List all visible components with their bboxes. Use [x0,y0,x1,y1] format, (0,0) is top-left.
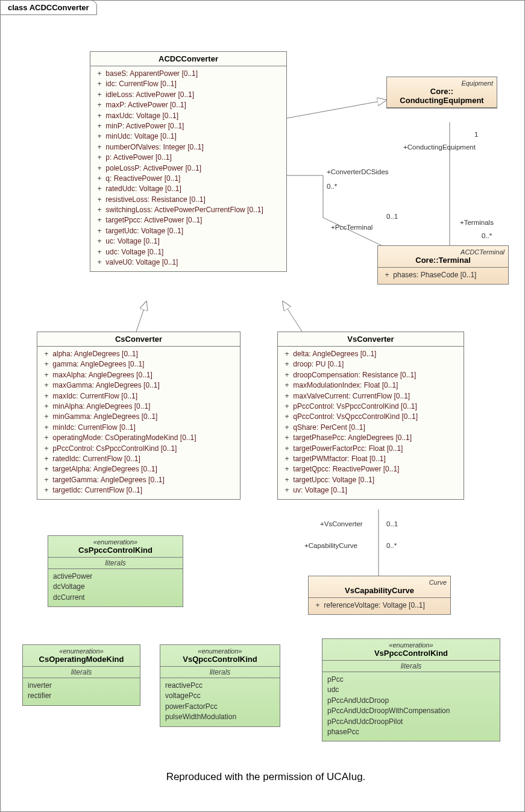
attribute-row: + maxModulationIndex: Float [0..1] [283,380,459,391]
assoc-label-vsconverter: +VsConverter [320,520,363,527]
literals-list: pPccudcpPccAndUdcDrooppPccAndUdcDroopWit… [322,672,500,741]
attribute-row: + qShare: PerCent [0..1] [283,423,459,433]
class-header: VsConverter [278,332,464,347]
stereotype: «enumeration» [52,538,179,546]
attribute-row: + targetPpcc: ActivePower [0..1] [95,215,281,225]
attr-list: + referenceVoltage: Voltage [0..1] [309,598,450,614]
attribute-row: + minGamma: AngleDegrees [0..1] [42,412,235,422]
literal-row: voltagePcc [165,691,275,701]
enum-csppcccontrolkind: «enumeration» CsPpccControlKind literals… [48,535,183,607]
attribute-row: + switchingLoss: ActivePowerPerCurrentFl… [95,205,281,215]
attribute-row: + uv: Voltage [0..1] [283,485,459,496]
literal-row: pPcc [327,675,495,685]
enum-header: «enumeration» CsPpccControlKind [48,536,183,558]
attribute-row: + operatingMode: CsOperatingModeKind [0.… [42,433,235,443]
literal-row: pPccAndUdcDroopPilot [327,717,495,727]
assoc-label-terminals: +Terminals [460,219,494,226]
enum-header: «enumeration» VsQpccControlKind [160,645,280,667]
enum-name: VsPpccControlKind [326,649,496,658]
attribute-row: + p: ActivePower [0..1] [95,153,281,163]
attribute-row: + targetPWMfactor: Float [0..1] [283,454,459,464]
literal-row: rectifier [28,691,135,701]
literals-list: inverterrectifier [23,678,140,705]
diagram-title: class ACDCConverter [8,3,89,12]
assoc-label-conductingequipment: +ConductingEquipment [403,143,476,151]
stereotype: «enumeration» [164,647,276,655]
attribute-row: + numberOfValves: Integer [0..1] [95,142,281,153]
attribute-row: + maxAlpha: AngleDegrees [0..1] [42,370,235,380]
attribute-row: + idleLoss: ActivePower [0..1] [95,90,281,100]
attribute-row: + alpha: AngleDegrees [0..1] [42,349,235,359]
attribute-row: + minIdc: CurrentFlow [0..1] [42,423,235,433]
literals-list: activePowerdcVoltagedcCurrent [48,569,183,606]
attribute-row: + ratedUdc: Voltage [0..1] [95,184,281,194]
svg-line-2 [283,301,302,332]
attribute-row: + resistiveLoss: Resistance [0..1] [95,195,281,205]
class-name: VsConverter [281,335,460,344]
attribute-row: + gamma: AngleDegrees [0..1] [42,359,235,370]
class-name: Core::Terminal [382,256,505,265]
attribute-row: + baseS: ApparentPower [0..1] [95,69,281,79]
literals-label: literals [160,667,280,678]
stereotype: Equipment [391,80,493,87]
attribute-row: + pPccControl: VsPpccControlKind [0..1] [283,401,459,412]
attribute-row: + targetUdc: Voltage [0..1] [95,226,281,236]
literal-row: reactivePcc [165,681,275,691]
literal-row: pulseWidthModulation [165,712,275,722]
literals-label: literals [322,661,500,672]
enum-csoperatingmodekind: «enumeration» CsOperatingModeKind litera… [22,644,140,706]
attribute-row: + udc: Voltage [0..1] [95,247,281,257]
attribute-row: + phases: PhaseCode [0..1] [383,270,503,280]
class-name: ACDCConverter [94,54,283,63]
assoc-mult-capabilitycurve: 0..* [386,542,397,549]
class-vscapabilitycurve: Curve VsCapabilityCurve + referenceVolta… [308,576,451,615]
assoc-label-capabilitycurve: +CapabilityCurve [304,542,357,549]
literal-row: pPccAndUdcDroopWithCompensation [327,706,495,716]
attribute-row: + targetQpcc: ReactivePower [0..1] [283,464,459,474]
enum-name: VsQpccControlKind [164,655,276,664]
enum-header: «enumeration» CsOperatingModeKind [23,645,140,667]
attribute-row: + droop: PU [0..1] [283,359,459,370]
assoc-mult-conductingequipment: 1 [474,131,478,138]
literals-list: reactivePccvoltagePccpowerFactorPccpulse… [160,678,280,726]
assoc-label-converterdcsides: +ConverterDCSides [327,168,389,175]
stereotype: «enumeration» [27,647,136,655]
attribute-row: + maxIdc: CurrentFlow [0..1] [42,391,235,401]
attribute-row: + idc: CurrentFlow [0..1] [95,79,281,89]
enum-name: CsOperatingModeKind [27,655,136,664]
class-name: CsConverter [41,335,236,344]
attribute-row: + targetPhasePcc: AngleDegrees [0..1] [283,433,459,443]
attribute-row: + targetPowerFactorPcc: Float [0..1] [283,444,459,454]
attribute-row: + maxGamma: AngleDegrees [0..1] [42,380,235,391]
literals-label: literals [48,558,183,569]
class-name: VsCapabilityCurve [312,586,447,595]
attribute-row: + q: ReactivePower [0..1] [95,174,281,184]
attribute-row: + droopCompensation: Resistance [0..1] [283,370,459,380]
attribute-row: + maxUdc: Voltage [0..1] [95,111,281,121]
attribute-row: + minUdc: Voltage [0..1] [95,131,281,142]
stereotype: Curve [312,579,447,586]
enum-vsqpcccontrolkind: «enumeration» VsQpccControlKind literals… [160,644,280,727]
class-diagram-canvas: class ACDCConverter ACDCConverter + base… [0,0,525,812]
attribute-row: + targetGamma: AngleDegrees [0..1] [42,475,235,485]
class-header: CsConverter [37,332,240,347]
class-header: ACDCTerminal Core::Terminal [378,246,508,268]
attribute-row: + poleLossP: ActivePower [0..1] [95,163,281,174]
literal-row: powerFactorPcc [165,702,275,712]
attribute-row: + pPccControl: CsPpccControlKind [0..1] [42,444,235,454]
attribute-row: + qPccControl: VsQpccControlKind [0..1] [283,412,459,422]
attribute-row: + maxValveCurrent: CurrentFlow [0..1] [283,391,459,401]
class-csconverter: CsConverter + alpha: AngleDegrees [0..1]… [37,332,240,500]
enum-vsppcccontrolkind: «enumeration» VsPpccControlKind literals… [322,638,500,741]
literal-row: dcCurrent [53,593,178,603]
attribute-row: + delta: AngleDegrees [0..1] [283,349,459,359]
literal-row: activePower [53,571,178,582]
literal-row: pPccAndUdcDroop [327,696,495,706]
class-header: Curve VsCapabilityCurve [309,576,450,598]
attr-list: + delta: AngleDegrees [0..1]+ droop: PU … [278,347,464,499]
attribute-row: + targetUpcc: Voltage [0..1] [283,475,459,485]
assoc-label-pccterminal: +PccTerminal [331,224,373,231]
enum-name: CsPpccControlKind [52,546,179,555]
assoc-mult-terminals: 0..* [482,232,492,239]
literal-row: phasePcc [327,727,495,737]
